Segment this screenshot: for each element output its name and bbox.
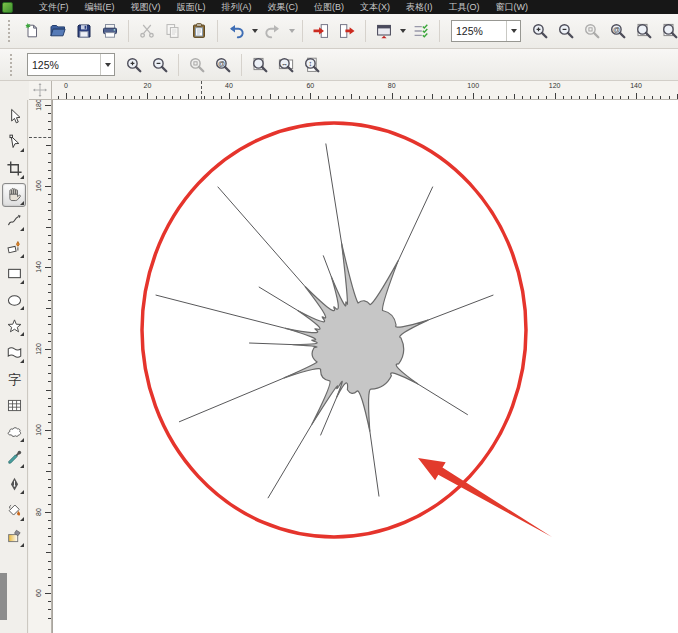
application-launcher-button[interactable]	[371, 18, 397, 44]
toolbar-grip-handle[interactable]	[8, 20, 13, 42]
ruler-tick	[48, 585, 51, 586]
ruler-label: 80	[35, 508, 42, 516]
redo-options-dropdown-button[interactable]	[286, 18, 297, 44]
tool-text[interactable]: 字	[2, 367, 26, 391]
combo-dropdown-button[interactable]	[506, 21, 520, 41]
redo-button[interactable]	[260, 18, 286, 44]
menu-item-edit[interactable]: 编辑(E)	[77, 0, 123, 14]
tool-table[interactable]	[2, 393, 26, 417]
menu-item-file[interactable]: 文件(F)	[31, 0, 77, 14]
undo-button[interactable]	[223, 18, 249, 44]
zoom-selected-button[interactable]	[579, 18, 605, 44]
ruler-label: 160	[35, 180, 42, 192]
tool-rectangle[interactable]	[2, 262, 26, 286]
tool-pan[interactable]	[2, 183, 26, 207]
menu-item-layout[interactable]: 版面(L)	[169, 0, 214, 14]
menu-item-effects[interactable]: 效果(C)	[260, 0, 307, 14]
menu-item-view[interactable]: 视图(V)	[123, 0, 169, 14]
combo-dropdown-button[interactable]	[100, 54, 114, 75]
property-bar-grip-handle[interactable]	[10, 54, 15, 76]
ruler-tick	[48, 259, 51, 260]
tool-polygon[interactable]	[2, 314, 26, 338]
tool-shape[interactable]	[2, 130, 26, 154]
import-button[interactable]	[308, 18, 334, 44]
ruler-tick	[253, 96, 254, 99]
new-button[interactable]	[19, 18, 45, 44]
zoom-page-button[interactable]	[631, 18, 657, 44]
save-button[interactable]	[71, 18, 97, 44]
zoom-page-height-button[interactable]: ↕	[299, 52, 325, 78]
zoom-page-width-button[interactable]: ↔	[273, 52, 299, 78]
application-launcher-options-dropdown-button[interactable]	[397, 18, 408, 44]
toolbar-separator	[128, 20, 129, 42]
menu-item-window[interactable]: 窗口(W)	[488, 0, 537, 14]
tool-dimension[interactable]	[2, 420, 26, 444]
undo-icon	[227, 22, 245, 40]
tool-interactive-fill[interactable]	[2, 525, 26, 549]
menu-item-bitmaps[interactable]: 位图(B)	[306, 0, 352, 14]
zoom-page-button[interactable]	[247, 52, 273, 78]
tool-outline-pen[interactable]	[2, 472, 26, 496]
ruler-tick	[48, 292, 51, 293]
tool-smart-fill[interactable]	[2, 236, 26, 260]
export-button[interactable]	[334, 18, 360, 44]
ruler-tick	[294, 96, 295, 99]
ruler-tick	[45, 593, 51, 594]
splat-object[interactable]	[156, 144, 494, 499]
drawing-surface[interactable]	[53, 100, 678, 633]
tool-freehand[interactable]	[2, 209, 26, 233]
open-button[interactable]	[45, 18, 71, 44]
zoom-selected-button[interactable]	[184, 52, 210, 78]
drawing-canvas[interactable]	[52, 100, 678, 633]
ruler-tick	[48, 422, 51, 423]
app-launcher-icon	[375, 22, 393, 40]
ruler-tick	[46, 227, 51, 228]
ruler-origin[interactable]	[29, 81, 52, 100]
tool-basic-shapes[interactable]	[2, 341, 26, 365]
ruler-tick	[603, 96, 604, 99]
callout-arrow[interactable]	[418, 458, 552, 537]
zoom-level-combo[interactable]: 125%	[451, 20, 521, 42]
horizontal-ruler[interactable]: 020406080100120140	[52, 81, 678, 100]
ruler-tick	[449, 96, 450, 99]
tool-eyedropper[interactable]	[2, 446, 26, 470]
chevron-down-icon	[511, 29, 517, 33]
cut-icon	[138, 22, 156, 40]
copy-button[interactable]	[160, 18, 186, 44]
tool-fill[interactable]	[2, 499, 26, 523]
menu-item-arrange[interactable]: 排列(A)	[214, 0, 260, 14]
tool-crop[interactable]	[2, 157, 26, 181]
chevron-down-icon	[400, 29, 406, 33]
zoom-in-button[interactable]	[121, 52, 147, 78]
vertical-ruler[interactable]: 1801601401201008060	[29, 100, 52, 633]
paste-button[interactable]	[186, 18, 212, 44]
ruler-tick	[48, 569, 51, 570]
ruler-tick	[278, 96, 279, 99]
ruler-tick	[48, 479, 51, 480]
ruler-tick	[595, 94, 596, 99]
zoom-out-button[interactable]	[553, 18, 579, 44]
flyout-indicator-icon	[20, 254, 24, 258]
zoom-all-objects-button[interactable]: @	[605, 18, 631, 44]
cut-button[interactable]	[134, 18, 160, 44]
zoom-levels-combo[interactable]: 125%	[27, 53, 115, 76]
ruler-label: 100	[467, 82, 479, 89]
zoom-height-icon: ↕	[303, 56, 321, 74]
zoom-in-icon	[125, 56, 143, 74]
menu-item-table[interactable]: 表格(I)	[398, 0, 441, 14]
zoom-out-button[interactable]	[147, 52, 173, 78]
ruler-tick	[555, 93, 556, 99]
zoom-in-button[interactable]	[527, 18, 553, 44]
snap-options-button[interactable]	[408, 18, 434, 44]
print-button[interactable]	[97, 18, 123, 44]
zoom-page-icon	[661, 22, 678, 40]
tool-ellipse[interactable]	[2, 288, 26, 312]
ruler-tick	[188, 94, 189, 99]
tool-pick[interactable]	[2, 104, 26, 128]
undo-options-dropdown-button[interactable]	[249, 18, 260, 44]
menu-item-tools[interactable]: 工具(O)	[441, 0, 488, 14]
menu-item-text[interactable]: 文本(X)	[352, 0, 398, 14]
ruler-tick	[546, 96, 547, 99]
zoom-clipped-button[interactable]	[657, 18, 678, 44]
zoom-all-objects-button[interactable]: @	[210, 52, 236, 78]
